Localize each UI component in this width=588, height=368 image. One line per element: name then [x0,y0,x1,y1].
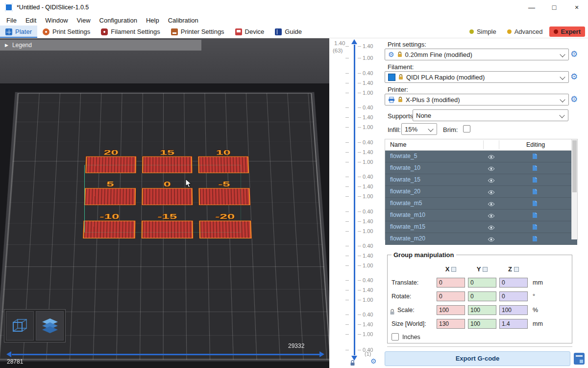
object-list-row[interactable]: flowrate_m10 [385,210,577,221]
object-list-scrollbar[interactable] [571,139,577,239]
legend-expand-icon[interactable]: ▶ [5,43,8,48]
mode-button[interactable]: Simple [465,26,501,37]
lock-icon [397,52,402,57]
edit-object-icon[interactable] [532,200,538,208]
profile-gear-icon: ⚙ [388,51,394,58]
maximize-button[interactable]: □ [543,0,565,15]
tab[interactable]: Guide [270,26,307,38]
object-name: flowrate_m20 [390,235,425,242]
object-list-row[interactable]: flowrate_m20 [385,233,577,245]
z-value-field[interactable]: 0 [499,291,528,301]
brim-checkbox[interactable] [463,125,470,132]
layer-slider-lock-icon[interactable] [350,360,355,366]
edit-object-icon[interactable] [532,153,538,161]
z-value-field[interactable]: 100 [499,305,528,315]
object-list-row[interactable]: flowrate_m15 [385,221,577,233]
z-value-field[interactable]: 0 [499,278,528,288]
tab-icon [5,28,12,35]
infill-combo[interactable]: 15% [401,123,437,135]
layer-tick: 0.40 [329,174,385,180]
y-value-field[interactable]: 0 [468,278,496,288]
visibility-eye-icon[interactable] [488,201,495,208]
mode-button[interactable]: Expert [549,26,585,37]
minimize-button[interactable]: — [520,0,543,15]
layer-tick: 1.00 [329,55,385,61]
visibility-eye-icon[interactable] [488,189,495,196]
edit-object-icon[interactable] [532,165,538,173]
visibility-eye-icon[interactable] [488,212,495,220]
tab[interactable]: Plater [0,26,37,38]
filament-combo[interactable]: QIDI PLA Rapido (modified) [385,71,569,83]
menu-item[interactable]: View [73,16,95,25]
export-to-device-icon[interactable] [573,352,586,366]
chevron-down-icon [560,52,565,57]
tick-label: 1.00 [363,228,373,234]
y-value-field[interactable]: 0 [468,291,496,301]
object-list-row[interactable]: flowrate_10 [385,162,577,174]
menu-item[interactable]: Configuration [95,16,142,25]
edit-object-icon[interactable] [532,188,538,196]
layer-tick: 1.00 [329,159,385,165]
z-value-field[interactable]: 1.4 [499,319,528,329]
printer-gear-button[interactable]: ⚙ [570,95,578,104]
print-settings-gear-button[interactable]: ⚙ [570,50,578,58]
axis-icon[interactable] [483,267,488,272]
mode-button[interactable]: Advanced [503,26,547,37]
legend-bar[interactable]: ▶ Legend [0,40,201,51]
unit-label: mm [533,279,543,286]
tab[interactable]: Device [230,26,270,38]
supports-combo[interactable]: None [413,109,568,121]
object-list-row[interactable]: flowrate_m5 [385,198,577,210]
uniform-scale-lock-icon[interactable] [390,309,395,315]
y-value-field[interactable]: 100 [468,305,496,315]
tab[interactable]: Print Settings [37,26,96,38]
viewport-3d[interactable]: 20 15 10 [0,38,329,368]
tab[interactable]: Printer Settings [166,26,230,38]
menu-item[interactable]: File [2,16,21,25]
menu-item[interactable]: Edit [21,16,41,25]
hslider-left-arrow[interactable] [6,351,11,357]
tick-mark [358,221,361,222]
axis-icon[interactable] [514,267,519,272]
axis-icon[interactable] [451,267,456,272]
layer-slider-gear-icon[interactable]: ⚙ [370,357,377,365]
hslider-right-arrow[interactable] [319,351,324,357]
x-value-field[interactable]: 130 [437,319,465,329]
visibility-eye-icon[interactable] [488,165,495,173]
object-list-row[interactable]: flowrate_20 [385,186,577,198]
tick-mark [345,256,349,256]
filament-gear-button[interactable]: ⚙ [570,73,578,81]
view-preview-button[interactable] [36,311,64,341]
menu-item[interactable]: Window [41,16,72,25]
x-value-field[interactable]: 100 [437,305,465,315]
edit-object-icon[interactable] [532,177,538,184]
visibility-eye-icon[interactable] [488,224,495,232]
inches-checkbox[interactable] [392,333,399,341]
gcode-range-slider[interactable] [12,354,319,355]
tab[interactable]: Filament Settings [96,26,165,38]
close-button[interactable]: × [565,0,588,15]
printer-combo[interactable]: X-Plus 3 (modified) [385,94,569,105]
view-3d-button[interactable] [6,311,34,341]
menu-item[interactable]: Calibration [164,16,203,25]
object-list-row[interactable]: flowrate_5 [385,151,577,162]
edit-object-icon[interactable] [532,236,538,243]
export-gcode-button[interactable]: Export G-code [385,351,570,366]
visibility-eye-icon[interactable] [488,236,495,243]
x-value-field[interactable]: 0 [437,291,465,301]
y-value-field[interactable]: 100 [468,319,496,329]
tick-label: 0.40 [363,139,373,145]
manipulation-label: Translate: [392,279,418,286]
print-settings-combo[interactable]: ⚙ 0.20mm Fine (modified) [385,49,569,60]
scrollbar-thumb[interactable] [572,140,577,192]
object-list-row[interactable]: flowrate_15 [385,174,577,186]
visibility-eye-icon[interactable] [488,154,495,161]
edit-object-icon[interactable] [532,212,538,220]
menu-item[interactable]: Help [142,16,164,25]
x-value-field[interactable]: 0 [437,278,465,288]
visibility-eye-icon[interactable] [488,177,495,184]
edit-object-icon[interactable] [532,224,538,232]
layer-tick: 1.40 [329,149,385,156]
layer-tick: 1.40 [329,218,385,225]
manipulation-label: Scale: [392,307,415,314]
